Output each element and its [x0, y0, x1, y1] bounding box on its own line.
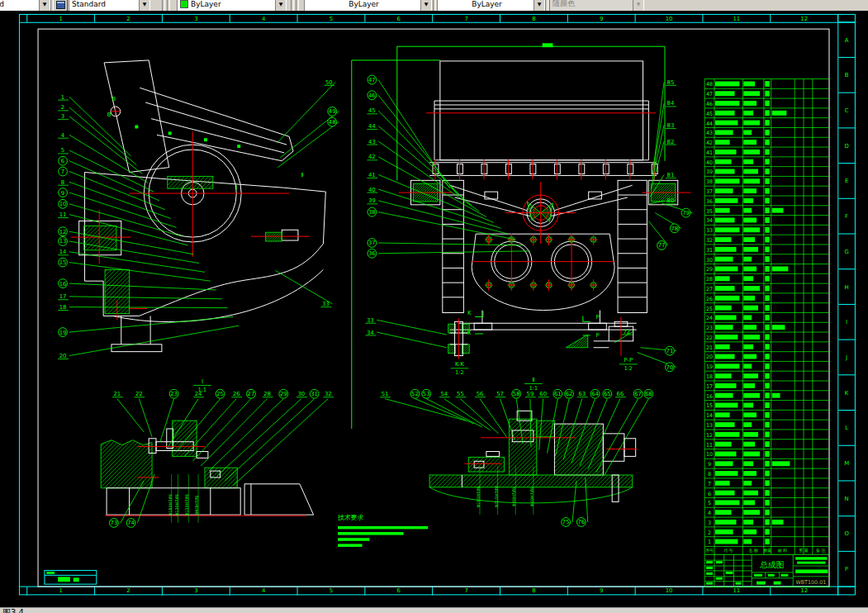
row-name-text	[743, 198, 753, 203]
row-qty-text	[765, 81, 769, 87]
row-code-text	[715, 373, 732, 378]
title-block-small-text	[716, 577, 723, 580]
row-qty-text	[765, 188, 769, 194]
row-qty-text	[765, 159, 769, 164]
row-number: 29	[706, 266, 713, 273]
chevron-down-icon[interactable]: ▼	[39, 0, 50, 11]
callout-number: 85	[667, 79, 675, 86]
callout-number: 12	[59, 229, 67, 235]
callout-number: 57	[496, 391, 504, 397]
row-material-text	[772, 325, 785, 330]
callout-number: 17	[59, 293, 67, 300]
view-mark-B: B	[112, 96, 116, 102]
row-name-text	[743, 481, 752, 486]
section-name: Ⅱ	[532, 377, 534, 383]
row-code-text	[715, 306, 732, 311]
housing-hatch	[101, 440, 152, 488]
row-number: 43	[706, 130, 713, 136]
linetype-control-combo[interactable]: ByLayer ▼	[304, 0, 432, 11]
callout-number: 59	[527, 391, 534, 397]
row-name-text	[743, 335, 760, 340]
row-number: 7	[708, 481, 711, 487]
row-code-text	[715, 539, 738, 544]
callout-number: 39	[368, 197, 376, 204]
callout-number: 30	[297, 391, 305, 397]
drawing-title: 总成图	[760, 560, 784, 569]
callout-number: 41	[368, 172, 376, 178]
callout-number: 61	[554, 391, 562, 397]
leader-line	[69, 326, 239, 355]
row-number: 6	[708, 491, 711, 497]
view-mark-B: B	[107, 112, 111, 118]
callout-number: 74	[127, 520, 135, 526]
chevron-down-icon[interactable]: ▼	[534, 0, 544, 11]
text-style-combo[interactable]: Standard ▼	[0, 0, 50, 11]
style-dialog-button[interactable]	[53, 0, 68, 11]
leader-line	[69, 97, 131, 156]
leader-line	[69, 116, 142, 174]
dim-style-combo[interactable]: Standard ▼	[69, 0, 150, 11]
callout-number: 84	[667, 100, 675, 107]
row-name-text	[743, 286, 760, 291]
row-code-text	[715, 286, 735, 291]
callout-number: 5	[61, 147, 64, 154]
leader-line	[426, 399, 482, 427]
row-material-text	[772, 520, 784, 525]
row-name-text	[743, 471, 757, 476]
zone-column-label: 9	[600, 587, 603, 594]
leader-line	[275, 270, 332, 303]
callout-number: 65	[604, 391, 611, 397]
row-code-text	[715, 111, 735, 116]
row-name-text	[743, 276, 753, 281]
row-qty-text	[765, 140, 769, 145]
row-code-text	[715, 140, 730, 145]
row-code-text	[715, 159, 732, 164]
view-mark-K: K	[467, 330, 472, 336]
title-block-small-text	[706, 561, 713, 563]
row-name-text	[743, 296, 755, 301]
row-qty-text	[765, 237, 769, 243]
zone-column-label: 2	[126, 16, 130, 22]
tech-requirements-line	[338, 526, 428, 530]
section-name: K-K	[455, 361, 464, 368]
chevron-down-icon[interactable]: ▼	[139, 0, 149, 11]
row-number: 21	[706, 345, 713, 351]
zone-column-label: 8	[532, 16, 535, 22]
zone-column-label: 8	[532, 587, 535, 594]
row-name-text	[743, 178, 760, 183]
row-code-text	[715, 227, 739, 232]
leader-line	[378, 80, 449, 189]
color-control-combo[interactable]: ByLayer ▼	[177, 0, 287, 11]
text-style-value: Standard	[0, 0, 39, 8]
row-qty-text	[765, 402, 769, 408]
row-number: 39	[706, 169, 713, 175]
title-block-small-text	[781, 574, 789, 577]
row-code-text	[715, 247, 737, 252]
row-qty-text	[765, 246, 769, 252]
body-casting-outline	[472, 234, 614, 310]
row-number: 27	[706, 286, 713, 292]
row-number: 25	[706, 306, 713, 312]
lineweight-control-combo[interactable]: ByLayer ▼	[437, 0, 545, 11]
row-name-text	[743, 354, 757, 359]
chevron-down-icon[interactable]: ▼	[420, 0, 431, 11]
tech-requirements-block: 技术要求	[337, 514, 428, 547]
section-scale: 1:2	[455, 369, 463, 376]
callout-number: 68	[645, 391, 652, 397]
row-code-text	[715, 471, 738, 476]
row-name-text	[743, 530, 757, 535]
row-name-text	[743, 208, 752, 213]
row-number: 32	[706, 237, 713, 244]
leader-line	[604, 399, 648, 476]
callout-number: 73	[111, 520, 118, 526]
row-number: 1	[708, 539, 711, 545]
chevron-down-icon[interactable]: ▼	[275, 0, 286, 11]
row-name-text	[743, 121, 760, 126]
toolbar-separator	[433, 0, 436, 11]
right-ladder-column	[618, 180, 647, 312]
row-code-text	[715, 276, 730, 281]
view-mark-P: P	[595, 332, 599, 339]
drawing-canvas[interactable]: 112233445566778899101011111212ABCDEFGHIJ…	[0, 11, 868, 613]
row-number: 14	[706, 412, 713, 419]
zone-row-label: K	[845, 390, 849, 397]
